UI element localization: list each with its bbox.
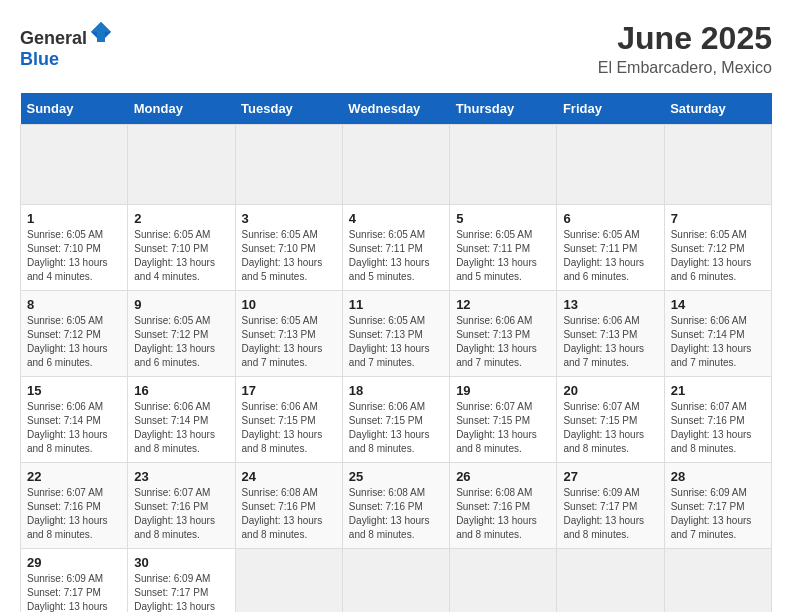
table-row: 1Sunrise: 6:05 AMSunset: 7:10 PMDaylight…: [21, 205, 128, 291]
calendar-table: Sunday Monday Tuesday Wednesday Thursday…: [20, 93, 772, 612]
day-number: 8: [27, 297, 121, 312]
day-detail: Sunrise: 6:06 AMSunset: 7:13 PMDaylight:…: [563, 314, 657, 370]
day-detail: Sunrise: 6:05 AMSunset: 7:13 PMDaylight:…: [349, 314, 443, 370]
day-detail: Sunrise: 6:07 AMSunset: 7:16 PMDaylight:…: [671, 400, 765, 456]
table-row: 18Sunrise: 6:06 AMSunset: 7:15 PMDayligh…: [342, 377, 449, 463]
day-detail: Sunrise: 6:08 AMSunset: 7:16 PMDaylight:…: [242, 486, 336, 542]
table-row: 10Sunrise: 6:05 AMSunset: 7:13 PMDayligh…: [235, 291, 342, 377]
table-row: 28Sunrise: 6:09 AMSunset: 7:17 PMDayligh…: [664, 463, 771, 549]
calendar-title: June 2025: [598, 20, 772, 57]
calendar-week-row: 8Sunrise: 6:05 AMSunset: 7:12 PMDaylight…: [21, 291, 772, 377]
table-row: 11Sunrise: 6:05 AMSunset: 7:13 PMDayligh…: [342, 291, 449, 377]
table-row: [557, 125, 664, 205]
calendar-week-row: 22Sunrise: 6:07 AMSunset: 7:16 PMDayligh…: [21, 463, 772, 549]
day-number: 1: [27, 211, 121, 226]
day-number: 10: [242, 297, 336, 312]
table-row: 2Sunrise: 6:05 AMSunset: 7:10 PMDaylight…: [128, 205, 235, 291]
col-friday: Friday: [557, 93, 664, 125]
day-detail: Sunrise: 6:05 AMSunset: 7:10 PMDaylight:…: [134, 228, 228, 284]
table-row: [342, 125, 449, 205]
day-number: 18: [349, 383, 443, 398]
day-number: 23: [134, 469, 228, 484]
day-number: 26: [456, 469, 550, 484]
table-row: 30Sunrise: 6:09 AMSunset: 7:17 PMDayligh…: [128, 549, 235, 613]
calendar-week-row: 15Sunrise: 6:06 AMSunset: 7:14 PMDayligh…: [21, 377, 772, 463]
table-row: 17Sunrise: 6:06 AMSunset: 7:15 PMDayligh…: [235, 377, 342, 463]
day-detail: Sunrise: 6:06 AMSunset: 7:14 PMDaylight:…: [134, 400, 228, 456]
day-detail: Sunrise: 6:09 AMSunset: 7:17 PMDaylight:…: [563, 486, 657, 542]
table-row: 6Sunrise: 6:05 AMSunset: 7:11 PMDaylight…: [557, 205, 664, 291]
col-saturday: Saturday: [664, 93, 771, 125]
day-number: 2: [134, 211, 228, 226]
day-number: 30: [134, 555, 228, 570]
day-detail: Sunrise: 6:07 AMSunset: 7:16 PMDaylight:…: [134, 486, 228, 542]
day-number: 20: [563, 383, 657, 398]
day-detail: Sunrise: 6:05 AMSunset: 7:12 PMDaylight:…: [27, 314, 121, 370]
day-detail: Sunrise: 6:08 AMSunset: 7:16 PMDaylight:…: [456, 486, 550, 542]
day-number: 12: [456, 297, 550, 312]
table-row: [664, 125, 771, 205]
day-detail: Sunrise: 6:05 AMSunset: 7:12 PMDaylight:…: [671, 228, 765, 284]
day-number: 25: [349, 469, 443, 484]
table-row: 16Sunrise: 6:06 AMSunset: 7:14 PMDayligh…: [128, 377, 235, 463]
day-number: 11: [349, 297, 443, 312]
col-sunday: Sunday: [21, 93, 128, 125]
day-number: 13: [563, 297, 657, 312]
table-row: 15Sunrise: 6:06 AMSunset: 7:14 PMDayligh…: [21, 377, 128, 463]
table-row: [21, 125, 128, 205]
day-detail: Sunrise: 6:06 AMSunset: 7:14 PMDaylight:…: [671, 314, 765, 370]
table-row: [450, 549, 557, 613]
day-detail: Sunrise: 6:08 AMSunset: 7:16 PMDaylight:…: [349, 486, 443, 542]
table-row: 20Sunrise: 6:07 AMSunset: 7:15 PMDayligh…: [557, 377, 664, 463]
day-number: 27: [563, 469, 657, 484]
day-number: 29: [27, 555, 121, 570]
day-detail: Sunrise: 6:05 AMSunset: 7:12 PMDaylight:…: [134, 314, 228, 370]
day-detail: Sunrise: 6:06 AMSunset: 7:14 PMDaylight:…: [27, 400, 121, 456]
day-number: 19: [456, 383, 550, 398]
col-wednesday: Wednesday: [342, 93, 449, 125]
calendar-week-row: 29Sunrise: 6:09 AMSunset: 7:17 PMDayligh…: [21, 549, 772, 613]
day-number: 22: [27, 469, 121, 484]
day-number: 9: [134, 297, 228, 312]
day-detail: Sunrise: 6:07 AMSunset: 7:15 PMDaylight:…: [563, 400, 657, 456]
table-row: [235, 125, 342, 205]
title-section: June 2025 El Embarcadero, Mexico: [598, 20, 772, 77]
day-detail: Sunrise: 6:05 AMSunset: 7:10 PMDaylight:…: [27, 228, 121, 284]
logo-text: General Blue: [20, 20, 113, 70]
day-detail: Sunrise: 6:05 AMSunset: 7:11 PMDaylight:…: [563, 228, 657, 284]
calendar-week-row: [21, 125, 772, 205]
col-tuesday: Tuesday: [235, 93, 342, 125]
table-row: 4Sunrise: 6:05 AMSunset: 7:11 PMDaylight…: [342, 205, 449, 291]
table-row: 29Sunrise: 6:09 AMSunset: 7:17 PMDayligh…: [21, 549, 128, 613]
logo-blue: Blue: [20, 49, 59, 69]
table-row: [557, 549, 664, 613]
day-detail: Sunrise: 6:09 AMSunset: 7:17 PMDaylight:…: [27, 572, 121, 612]
day-detail: Sunrise: 6:06 AMSunset: 7:15 PMDaylight:…: [349, 400, 443, 456]
calendar-header-row: Sunday Monday Tuesday Wednesday Thursday…: [21, 93, 772, 125]
table-row: 23Sunrise: 6:07 AMSunset: 7:16 PMDayligh…: [128, 463, 235, 549]
day-detail: Sunrise: 6:06 AMSunset: 7:13 PMDaylight:…: [456, 314, 550, 370]
table-row: [235, 549, 342, 613]
day-detail: Sunrise: 6:09 AMSunset: 7:17 PMDaylight:…: [671, 486, 765, 542]
table-row: [664, 549, 771, 613]
day-detail: Sunrise: 6:07 AMSunset: 7:16 PMDaylight:…: [27, 486, 121, 542]
table-row: 26Sunrise: 6:08 AMSunset: 7:16 PMDayligh…: [450, 463, 557, 549]
day-number: 17: [242, 383, 336, 398]
day-number: 4: [349, 211, 443, 226]
day-detail: Sunrise: 6:05 AMSunset: 7:11 PMDaylight:…: [456, 228, 550, 284]
table-row: [342, 549, 449, 613]
table-row: 13Sunrise: 6:06 AMSunset: 7:13 PMDayligh…: [557, 291, 664, 377]
table-row: 7Sunrise: 6:05 AMSunset: 7:12 PMDaylight…: [664, 205, 771, 291]
day-number: 3: [242, 211, 336, 226]
svg-marker-0: [91, 22, 111, 42]
table-row: 12Sunrise: 6:06 AMSunset: 7:13 PMDayligh…: [450, 291, 557, 377]
table-row: 27Sunrise: 6:09 AMSunset: 7:17 PMDayligh…: [557, 463, 664, 549]
table-row: 24Sunrise: 6:08 AMSunset: 7:16 PMDayligh…: [235, 463, 342, 549]
day-number: 15: [27, 383, 121, 398]
table-row: 14Sunrise: 6:06 AMSunset: 7:14 PMDayligh…: [664, 291, 771, 377]
table-row: 25Sunrise: 6:08 AMSunset: 7:16 PMDayligh…: [342, 463, 449, 549]
table-row: 19Sunrise: 6:07 AMSunset: 7:15 PMDayligh…: [450, 377, 557, 463]
calendar-week-row: 1Sunrise: 6:05 AMSunset: 7:10 PMDaylight…: [21, 205, 772, 291]
table-row: [128, 125, 235, 205]
page-header: General Blue June 2025 El Embarcadero, M…: [20, 20, 772, 77]
